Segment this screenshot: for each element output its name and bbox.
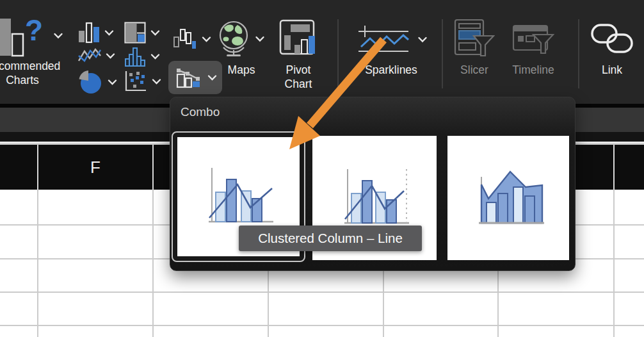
sparklines-icon bbox=[355, 22, 412, 57]
insert-waterfall-chart-button[interactable] bbox=[173, 28, 211, 50]
timeline-icon bbox=[512, 19, 554, 59]
column-chart-icon bbox=[78, 22, 100, 44]
chevron-down-icon[interactable] bbox=[150, 54, 160, 60]
chevron-down-icon[interactable] bbox=[255, 36, 265, 42]
insert-histogram-chart-button[interactable] bbox=[124, 46, 160, 67]
combo-option-stacked-area-clustered-column[interactable] bbox=[447, 136, 569, 260]
combo-chart-icon bbox=[174, 67, 204, 88]
clustered-column-line-thumbnail bbox=[199, 163, 278, 231]
gridline bbox=[37, 190, 38, 337]
chevron-down-icon[interactable] bbox=[417, 37, 428, 43]
link-label: Link bbox=[602, 63, 622, 77]
histogram-chart-icon bbox=[124, 46, 146, 67]
chevron-down-icon[interactable] bbox=[108, 79, 117, 85]
gridline bbox=[152, 190, 154, 337]
group-divider bbox=[337, 19, 339, 88]
insert-hierarchy-chart-button[interactable] bbox=[124, 22, 160, 44]
sparklines-button[interactable]: Sparklines bbox=[353, 17, 429, 77]
slicer-label: Slicer bbox=[460, 63, 488, 77]
clustered-column-line-secondary-axis-thumbnail bbox=[335, 164, 414, 232]
link-icon bbox=[591, 23, 633, 55]
slicer-icon bbox=[454, 19, 495, 60]
recommended-charts-icon: ? bbox=[0, 13, 48, 58]
pivot-chart-icon bbox=[279, 19, 318, 59]
chevron-down-icon[interactable] bbox=[152, 79, 161, 85]
group-divider bbox=[442, 19, 443, 88]
sparklines-label: Sparklines bbox=[365, 63, 417, 77]
column-header-f[interactable]: F bbox=[38, 145, 153, 190]
line-chart-icon bbox=[78, 47, 101, 64]
gridline bbox=[0, 292, 644, 293]
link-button[interactable]: Link bbox=[586, 15, 638, 77]
scatter-chart-icon bbox=[124, 70, 147, 92]
excel-window: ? Recommended Charts bbox=[0, 0, 644, 337]
maps-button[interactable]: Maps bbox=[216, 15, 266, 77]
chevron-down-icon[interactable] bbox=[104, 30, 114, 36]
svg-text:?: ? bbox=[25, 13, 43, 47]
insert-column-chart-button[interactable] bbox=[78, 22, 114, 44]
tooltip: Clustered Column – Line bbox=[239, 226, 422, 251]
treemap-chart-icon bbox=[124, 22, 146, 44]
maps-label: Maps bbox=[228, 63, 255, 77]
gridline bbox=[613, 190, 615, 337]
waterfall-chart-icon bbox=[173, 28, 197, 50]
gridline bbox=[0, 325, 644, 326]
insert-combo-chart-button[interactable] bbox=[168, 61, 222, 94]
combo-section-title: Combo bbox=[181, 105, 220, 119]
recommended-charts-label: Recommended Charts bbox=[0, 59, 74, 88]
recommended-charts-button[interactable]: ? Recommended Charts bbox=[0, 13, 74, 88]
globe-icon bbox=[218, 19, 250, 59]
pie-chart-icon bbox=[76, 69, 103, 95]
chevron-down-icon[interactable] bbox=[207, 75, 217, 81]
group-divider bbox=[578, 19, 579, 88]
stacked-area-clustered-column-thumbnail bbox=[469, 164, 548, 232]
chevron-down-icon[interactable] bbox=[202, 37, 211, 42]
chevron-down-icon[interactable] bbox=[106, 53, 115, 59]
slicer-button[interactable]: Slicer bbox=[449, 15, 499, 77]
pivot-chart-label: Pivot Chart bbox=[275, 63, 321, 92]
timeline-button[interactable]: Timeline bbox=[504, 15, 562, 77]
header-gridline bbox=[613, 145, 615, 190]
pivot-chart-button[interactable]: Pivot Chart bbox=[275, 15, 321, 92]
insert-pie-chart-button[interactable] bbox=[76, 69, 117, 95]
timeline-label: Timeline bbox=[512, 63, 554, 77]
ribbon-charts-group: ? Recommended Charts bbox=[0, 0, 644, 104]
insert-scatter-chart-button[interactable] bbox=[124, 70, 161, 92]
chevron-down-icon[interactable] bbox=[53, 33, 63, 39]
insert-line-chart-button[interactable] bbox=[78, 47, 115, 64]
chevron-down-icon[interactable] bbox=[150, 30, 160, 36]
